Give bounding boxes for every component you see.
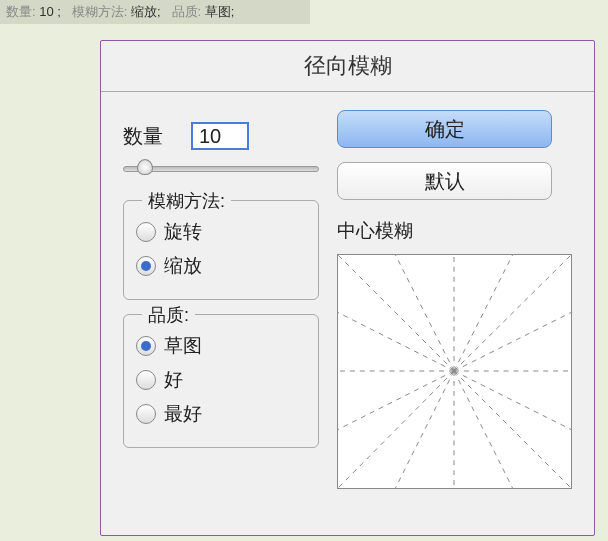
svg-line-12 <box>338 371 454 488</box>
radio-best[interactable]: 最好 <box>136 401 306 427</box>
radio-label: 草图 <box>164 333 202 359</box>
radio-spin[interactable]: 旋转 <box>136 219 306 245</box>
radio-label: 最好 <box>164 401 202 427</box>
radio-label: 缩放 <box>164 253 202 279</box>
radio-icon <box>136 336 156 356</box>
radio-label: 好 <box>164 367 183 393</box>
summary-method-val: 缩放; <box>131 4 161 19</box>
svg-line-1 <box>396 255 454 371</box>
svg-line-15 <box>338 313 454 371</box>
quality-group: 品质: 草图 好 最好 <box>123 314 319 448</box>
radio-icon <box>136 222 156 242</box>
radio-icon <box>136 404 156 424</box>
svg-line-3 <box>454 255 512 371</box>
svg-line-8 <box>454 371 571 488</box>
zoom-preview-icon <box>338 255 571 488</box>
svg-line-4 <box>454 255 571 371</box>
quality-legend: 品质: <box>142 303 195 327</box>
amount-label: 数量 <box>123 123 163 150</box>
svg-line-9 <box>454 371 512 488</box>
blur-method-group: 模糊方法: 旋转 缩放 <box>123 200 319 300</box>
svg-line-7 <box>454 371 571 429</box>
radio-good[interactable]: 好 <box>136 367 306 393</box>
summary-quality-val: 草图; <box>205 4 235 19</box>
svg-line-11 <box>396 371 454 488</box>
ok-button[interactable]: 确定 <box>337 110 552 148</box>
summary-amount-val: 10 ; <box>39 4 61 19</box>
radio-icon <box>136 256 156 276</box>
preview-label: 中心模糊 <box>337 218 572 244</box>
default-button[interactable]: 默认 <box>337 162 552 200</box>
params-summary-bar: 数量: 10 ; 模糊方法: 缩放; 品质: 草图; <box>0 0 310 24</box>
summary-amount-key: 数量: <box>6 4 36 19</box>
svg-line-13 <box>338 371 454 429</box>
svg-line-0 <box>338 255 454 371</box>
radio-label: 旋转 <box>164 219 202 245</box>
amount-input[interactable] <box>191 122 249 150</box>
radio-icon <box>136 370 156 390</box>
amount-slider[interactable] <box>123 158 319 180</box>
summary-quality-key: 品质: <box>172 4 202 19</box>
blur-center-preview[interactable] <box>337 254 572 489</box>
slider-thumb[interactable] <box>137 159 153 175</box>
blur-method-legend: 模糊方法: <box>142 189 231 213</box>
summary-method-key: 模糊方法: <box>72 4 128 19</box>
radio-zoom[interactable]: 缩放 <box>136 253 306 279</box>
svg-line-5 <box>454 313 571 371</box>
radial-blur-dialog: 径向模糊 数量 模糊方法: 旋转 缩放 <box>100 40 595 536</box>
dialog-title: 径向模糊 <box>101 41 594 92</box>
radio-draft[interactable]: 草图 <box>136 333 306 359</box>
